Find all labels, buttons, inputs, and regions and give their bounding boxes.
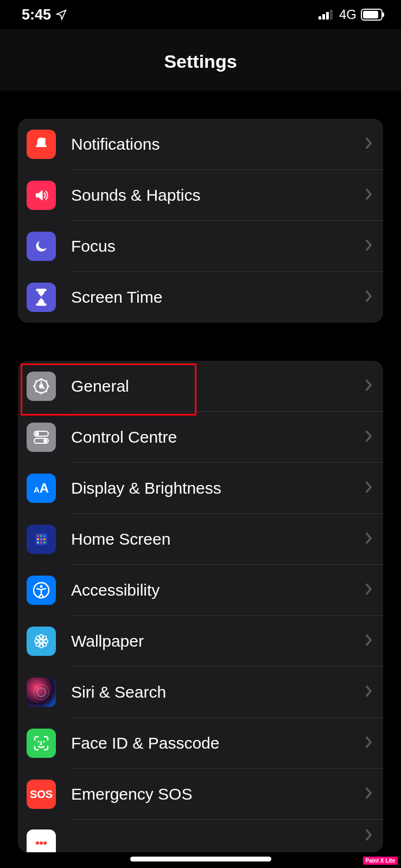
row-general[interactable]: General: [18, 361, 383, 412]
chevron-right-icon: [365, 787, 372, 802]
network-type: 4G: [339, 7, 357, 22]
row-label: General: [71, 377, 365, 395]
row-home-screen[interactable]: Home Screen: [18, 514, 383, 565]
chevron-right-icon: [365, 736, 372, 751]
watermark: Paint X Lite: [363, 857, 398, 865]
chevron-right-icon: [365, 829, 372, 844]
chevron-right-icon: [365, 685, 372, 700]
svg-point-38: [37, 688, 46, 697]
svg-point-42: [40, 841, 43, 845]
svg-point-18: [40, 535, 42, 537]
row-sounds-haptics[interactable]: Sounds & Haptics: [18, 170, 383, 221]
page-title: Settings: [0, 51, 401, 72]
row-label: Siri & Search: [71, 683, 365, 701]
cellular-signal-icon: [319, 10, 335, 20]
svg-point-22: [43, 538, 46, 540]
svg-point-24: [40, 541, 42, 544]
row-label: Emergency SOS: [71, 785, 365, 803]
chevron-right-icon: [365, 239, 372, 254]
status-time: 5:45: [22, 7, 51, 23]
svg-point-39: [38, 741, 40, 743]
svg-point-20: [37, 538, 39, 540]
svg-point-40: [43, 741, 45, 743]
chevron-right-icon: [365, 532, 372, 547]
chevron-right-icon: [365, 290, 372, 305]
row-label: Face ID & Passcode: [71, 734, 365, 752]
row-notifications[interactable]: Notifications: [18, 119, 383, 170]
svg-point-37: [34, 685, 49, 700]
svg-point-17: [37, 535, 39, 537]
svg-rect-3: [330, 10, 333, 20]
svg-point-27: [40, 585, 43, 588]
svg-point-25: [43, 541, 46, 544]
row-label: Control Centre: [71, 428, 365, 446]
row-focus[interactable]: Focus: [18, 221, 383, 272]
siri-icon: [27, 678, 56, 707]
row-label: Focus: [71, 237, 365, 256]
svg-point-19: [43, 535, 46, 537]
svg-point-23: [37, 541, 39, 544]
person-icon: [27, 576, 56, 605]
row-label: Display & Brightness: [71, 479, 365, 497]
svg-rect-2: [326, 12, 329, 20]
row-label: Sounds & Haptics: [71, 186, 365, 205]
row-exposure-notifications[interactable]: [18, 820, 383, 852]
switches-icon: [27, 423, 56, 452]
row-label: Accessibility: [71, 581, 365, 599]
row-label: Notifications: [71, 135, 365, 154]
settings-group-2: General Control Centre: [18, 361, 383, 852]
hourglass-icon: [27, 283, 56, 312]
face-icon: [27, 729, 56, 758]
svg-rect-8: [36, 289, 46, 291]
gear-icon: [27, 372, 56, 401]
home-indicator[interactable]: [130, 857, 271, 861]
header-bar: Settings: [0, 29, 401, 91]
location-icon: [55, 9, 67, 21]
speaker-icon: [27, 181, 56, 210]
chevron-right-icon: [365, 430, 372, 445]
svg-rect-5: [363, 11, 378, 18]
svg-point-28: [40, 640, 43, 643]
chevron-right-icon: [365, 481, 372, 496]
status-right: 4G: [319, 7, 385, 22]
chevron-right-icon: [365, 634, 372, 649]
svg-rect-9: [36, 303, 46, 306]
svg-point-15: [43, 439, 47, 443]
sos-icon: SOS: [27, 780, 56, 809]
status-bar: 5:45 4G: [0, 0, 401, 29]
grid-icon: [27, 525, 56, 554]
bell-icon: [27, 130, 56, 159]
svg-point-43: [43, 841, 47, 845]
moon-icon: [27, 232, 56, 261]
row-emergency-sos[interactable]: SOS Emergency SOS: [18, 769, 383, 820]
chevron-right-icon: [365, 137, 372, 152]
row-accessibility[interactable]: Accessibility: [18, 565, 383, 616]
battery-icon: [361, 9, 385, 21]
svg-point-41: [36, 841, 39, 845]
exposure-icon: [27, 829, 56, 852]
svg-point-13: [35, 432, 39, 436]
chevron-right-icon: [365, 379, 372, 394]
aa-icon: AA: [27, 474, 56, 503]
row-face-id-passcode[interactable]: Face ID & Passcode: [18, 718, 383, 769]
flower-icon: [27, 627, 56, 656]
row-screen-time[interactable]: Screen Time: [18, 272, 383, 323]
svg-point-7: [42, 138, 46, 141]
row-control-centre[interactable]: Control Centre: [18, 412, 383, 463]
chevron-right-icon: [365, 583, 372, 598]
row-display-brightness[interactable]: AA Display & Brightness: [18, 463, 383, 514]
status-left: 5:45: [22, 7, 67, 23]
row-siri-search[interactable]: Siri & Search: [18, 667, 383, 718]
settings-group-1: Notifications Sounds & Haptics: [18, 119, 383, 323]
svg-rect-1: [322, 14, 325, 20]
chevron-right-icon: [365, 188, 372, 203]
row-label: Screen Time: [71, 288, 365, 307]
svg-rect-0: [319, 16, 321, 20]
svg-point-21: [40, 538, 42, 540]
svg-rect-6: [383, 12, 384, 17]
settings-content: Notifications Sounds & Haptics: [0, 119, 401, 852]
row-label: Home Screen: [71, 530, 365, 548]
row-label: Wallpaper: [71, 632, 365, 650]
row-wallpaper[interactable]: Wallpaper: [18, 616, 383, 667]
